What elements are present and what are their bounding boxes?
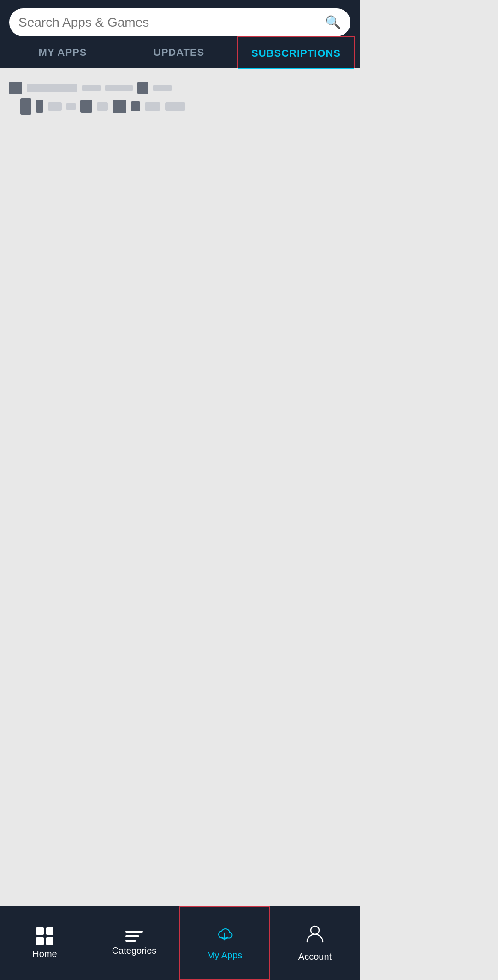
redacted-block [113, 100, 126, 113]
redacted-line-2 [9, 98, 350, 115]
content-section [9, 82, 350, 115]
redacted-block [131, 101, 140, 111]
header: 🔍 [0, 0, 360, 36]
nav-item-my-apps[interactable]: My Apps [179, 906, 270, 980]
svg-point-1 [311, 926, 319, 934]
bottom-nav: Home Categories My Apps Account [0, 906, 360, 980]
tab-updates[interactable]: UPDATES [121, 36, 237, 68]
home-icon [36, 927, 53, 945]
nav-item-categories[interactable]: Categories [89, 906, 179, 980]
tabs-bar: MY APPS UPDATES SUBSCRIPTIONS [0, 36, 360, 68]
redacted-block [36, 100, 43, 113]
nav-item-home[interactable]: Home [0, 906, 89, 980]
tab-my-apps[interactable]: MY APPS [5, 36, 121, 68]
cloud-download-icon [215, 926, 234, 946]
categories-icon [125, 931, 143, 942]
person-icon [306, 924, 324, 948]
redacted-block [145, 102, 160, 111]
redacted-block [97, 102, 108, 111]
redacted-block [9, 82, 22, 94]
main-content [0, 68, 360, 906]
redacted-block [82, 85, 101, 91]
search-icon[interactable]: 🔍 [325, 15, 341, 30]
redacted-block [48, 102, 62, 111]
redacted-block [105, 85, 133, 91]
redacted-block [137, 82, 148, 94]
redacted-block [153, 85, 172, 91]
nav-label-my-apps: My Apps [207, 950, 243, 961]
redacted-block [66, 103, 76, 110]
nav-label-account: Account [298, 951, 332, 962]
tab-subscriptions[interactable]: SUBSCRIPTIONS [237, 36, 355, 68]
nav-label-categories: Categories [112, 945, 157, 956]
search-bar[interactable]: 🔍 [9, 8, 350, 36]
redacted-block [20, 98, 31, 115]
nav-label-home: Home [32, 949, 57, 959]
redacted-block [80, 100, 92, 113]
redacted-block [27, 84, 77, 92]
search-input[interactable] [18, 15, 325, 30]
redacted-line-1 [9, 82, 350, 94]
redacted-block [165, 102, 185, 111]
nav-item-account[interactable]: Account [270, 906, 360, 980]
